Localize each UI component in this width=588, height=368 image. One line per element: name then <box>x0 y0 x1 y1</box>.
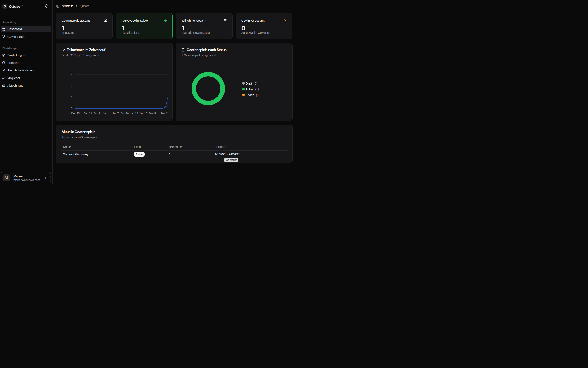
svg-text:Jan 16: Jan 16 <box>139 112 147 115</box>
svg-text:4: 4 <box>71 62 72 65</box>
svg-text:Dec 25: Dec 25 <box>71 112 79 115</box>
svg-text:Jan 7: Jan 7 <box>112 112 119 115</box>
svg-text:Jan 13: Jan 13 <box>130 112 138 115</box>
svg-text:2: 2 <box>71 84 72 87</box>
svg-text:Jan 19: Jan 19 <box>149 112 156 115</box>
svg-text:Jan 10: Jan 10 <box>121 112 128 115</box>
svg-text:0: 0 <box>71 107 72 110</box>
svg-text:Jan 1: Jan 1 <box>94 112 100 115</box>
svg-text:3: 3 <box>71 73 72 76</box>
svg-text:1: 1 <box>71 95 72 99</box>
svg-text:Jan 24: Jan 24 <box>160 112 168 115</box>
svg-text:Jan 4: Jan 4 <box>103 112 109 115</box>
svg-text:Dec 29: Dec 29 <box>83 112 92 115</box>
